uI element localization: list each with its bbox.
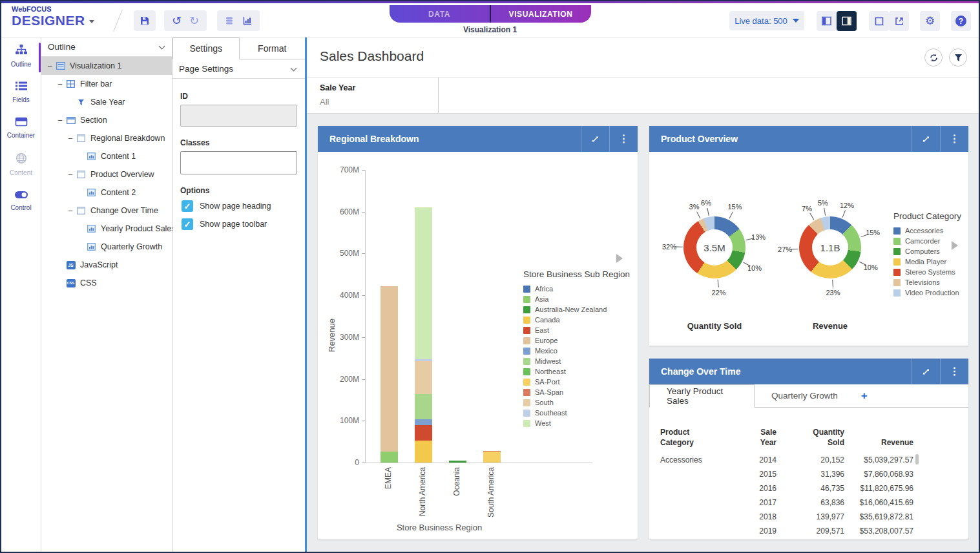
panel-menu-button[interactable]: ⋮ bbox=[609, 126, 638, 152]
legend-item-stereo-systems[interactable]: Stereo Systems bbox=[893, 267, 961, 277]
tab-yearly-product-sales[interactable]: Yearly Product Sales bbox=[649, 384, 755, 408]
legend-item-europe[interactable]: Europe bbox=[523, 335, 630, 346]
collapse-toggle-icon[interactable]: − bbox=[45, 61, 54, 71]
bar-segment-north-america-south[interactable] bbox=[415, 361, 432, 393]
help-button[interactable]: ? bbox=[951, 11, 971, 31]
outline-tree-item-quarterly-growth[interactable]: Quarterly Growth bbox=[41, 238, 172, 256]
sidebar-item-container[interactable]: Container bbox=[1, 110, 41, 146]
page-filter-button[interactable] bbox=[949, 48, 967, 67]
legend-item-midwest[interactable]: Midwest bbox=[523, 356, 630, 366]
expand-panel-button[interactable] bbox=[581, 126, 609, 152]
tab-settings[interactable]: Settings bbox=[172, 37, 240, 59]
bar-segment-south-america-sa-port[interactable] bbox=[483, 452, 501, 463]
outline-tree-item-change-over-time[interactable]: −Change Over Time bbox=[41, 202, 172, 220]
brand-menu-caret-icon[interactable] bbox=[89, 20, 94, 23]
sidebar-item-control[interactable]: Control bbox=[1, 182, 41, 218]
panel-left-toggle-button[interactable] bbox=[817, 11, 837, 31]
legend-item-asia[interactable]: Asia bbox=[523, 294, 630, 304]
legend-item-video-production[interactable]: Video Production bbox=[893, 287, 961, 298]
collapse-toggle-icon[interactable]: − bbox=[66, 134, 75, 143]
legend-item-southeast[interactable]: Southeast bbox=[523, 408, 630, 418]
bar-segment-north-america-canada[interactable] bbox=[415, 441, 432, 463]
legend-item-east[interactable]: East bbox=[523, 325, 630, 335]
app-logo[interactable]: WebFOCUS DESIGNER bbox=[12, 6, 94, 28]
undo-button[interactable]: ↺ bbox=[172, 15, 182, 26]
save-button[interactable] bbox=[134, 10, 156, 31]
outline-tree-item-visualization-1[interactable]: −Visualization 1 bbox=[41, 57, 172, 75]
legend-item-sa-port[interactable]: SA-Port bbox=[523, 377, 630, 387]
outline-tree-item-javascript[interactable]: JSJavaScript bbox=[41, 256, 172, 274]
chart-tool-button[interactable] bbox=[242, 16, 253, 26]
panel-menu-button[interactable]: ⋮ bbox=[940, 359, 968, 384]
bar-segment-north-america-midwest[interactable] bbox=[415, 394, 432, 419]
legend-next-page-icon[interactable] bbox=[952, 241, 958, 250]
expand-panel-button[interactable] bbox=[912, 126, 940, 152]
donut-percent-label-video-production: 6% bbox=[701, 199, 711, 207]
sidebar-item-outline[interactable]: Outline bbox=[1, 37, 41, 74]
bar-segment-north-america-mexico[interactable] bbox=[415, 419, 432, 424]
legend-label: South bbox=[535, 399, 554, 406]
settings-button[interactable]: ⚙ bbox=[920, 11, 940, 31]
bar-segment-emea-europe[interactable] bbox=[381, 286, 398, 452]
tab-data[interactable]: DATA bbox=[390, 5, 490, 23]
tab-quarterly-growth[interactable]: Quarterly Growth bbox=[755, 384, 855, 407]
legend-item-west[interactable]: West bbox=[523, 418, 630, 428]
collapse-toggle-icon[interactable]: − bbox=[56, 79, 65, 89]
live-data-dropdown[interactable]: Live data: 500 bbox=[729, 11, 804, 30]
outline-tree-item-content-1[interactable]: Content 1 bbox=[41, 147, 172, 165]
panel-right-toggle-button-active[interactable] bbox=[837, 11, 857, 31]
page-settings-section-header[interactable]: Page Settings bbox=[172, 59, 305, 79]
sale-year-filter[interactable]: Sale Year All bbox=[307, 78, 439, 113]
collapse-toggle-icon[interactable]: − bbox=[66, 170, 75, 180]
checkbox-checked-icon[interactable]: ✓ bbox=[182, 218, 193, 230]
sidebar-item-fields[interactable]: Fields bbox=[1, 74, 41, 110]
sidebar-item-content[interactable]: Content bbox=[1, 146, 41, 182]
bar-segment-oceania-australia-new-zealand[interactable] bbox=[449, 461, 466, 463]
redo-button[interactable]: ↻ bbox=[189, 15, 199, 26]
add-tab-button[interactable]: + bbox=[855, 384, 874, 407]
legend-item-australia-new-zealand[interactable]: Australia-New Zealand bbox=[523, 304, 630, 315]
legend-item-accessories[interactable]: Accessories bbox=[893, 225, 961, 236]
data-source-button[interactable] bbox=[224, 16, 235, 26]
refresh-button[interactable] bbox=[924, 48, 943, 67]
legend-next-page-icon[interactable] bbox=[616, 254, 623, 263]
legend-item-northeast[interactable]: Northeast bbox=[523, 366, 630, 377]
collapse-toggle-icon[interactable]: − bbox=[56, 116, 65, 125]
outline-panel-header[interactable]: Outline bbox=[41, 37, 172, 57]
legend-item-media-player[interactable]: Media Player bbox=[893, 256, 961, 267]
outline-tree-item-css[interactable]: CSSCSS bbox=[41, 274, 172, 292]
outline-tree-item-section[interactable]: −Section bbox=[41, 111, 172, 129]
collapse-toggle-icon[interactable]: − bbox=[66, 206, 75, 216]
bar-segment-emea-asia[interactable] bbox=[381, 452, 398, 463]
outline-tree-item-sale-year[interactable]: Sale Year bbox=[41, 93, 172, 111]
legend-item-mexico[interactable]: Mexico bbox=[523, 346, 630, 356]
legend-item-canada[interactable]: Canada bbox=[523, 315, 630, 325]
panel-menu-button[interactable]: ⋮ bbox=[940, 126, 968, 152]
bar-segment-north-america-east[interactable] bbox=[415, 425, 432, 441]
maximize-button[interactable] bbox=[869, 11, 889, 31]
tab-visualization[interactable]: VISUALIZATION bbox=[491, 5, 591, 23]
bar-segment-south-america-sa-span[interactable] bbox=[483, 451, 501, 452]
outline-tree-item-yearly-product-sales[interactable]: Yearly Product Sales bbox=[41, 220, 172, 238]
bar-segment-north-america-southeast[interactable] bbox=[415, 359, 432, 362]
outline-tree-item-regional-breakdown[interactable]: −Regional Breakdown bbox=[41, 129, 172, 147]
classes-field[interactable] bbox=[180, 151, 297, 174]
tab-format[interactable]: Format bbox=[240, 37, 306, 59]
outline-tree-item-product-overview[interactable]: −Product Overview bbox=[41, 165, 172, 183]
table-scrollbar-thumb[interactable] bbox=[915, 454, 919, 464]
bar-segment-north-america-west[interactable] bbox=[415, 207, 432, 359]
checkbox-checked-icon[interactable]: ✓ bbox=[182, 200, 193, 212]
outline-tree-item-filter-bar[interactable]: −Filter bar bbox=[41, 75, 172, 93]
legend-item-televisions[interactable]: Televisions bbox=[893, 277, 961, 287]
legend-item-africa[interactable]: Africa bbox=[523, 284, 630, 294]
open-new-window-button[interactable] bbox=[889, 11, 909, 31]
legend-item-south[interactable]: South bbox=[523, 397, 630, 408]
panel-resize-handle[interactable] bbox=[305, 37, 307, 552]
option-show-page-toolbar[interactable]: ✓ Show page toolbar bbox=[182, 218, 297, 230]
option-show-page-heading[interactable]: ✓ Show page heading bbox=[182, 200, 297, 212]
legend-item-sa-span[interactable]: SA-Span bbox=[523, 387, 630, 397]
top-accent-line bbox=[1, 1, 979, 3]
outline-tree-item-content-2[interactable]: Content 2 bbox=[41, 183, 172, 202]
sale-year-filter-value[interactable]: All bbox=[320, 97, 438, 107]
expand-panel-button[interactable] bbox=[912, 359, 940, 384]
